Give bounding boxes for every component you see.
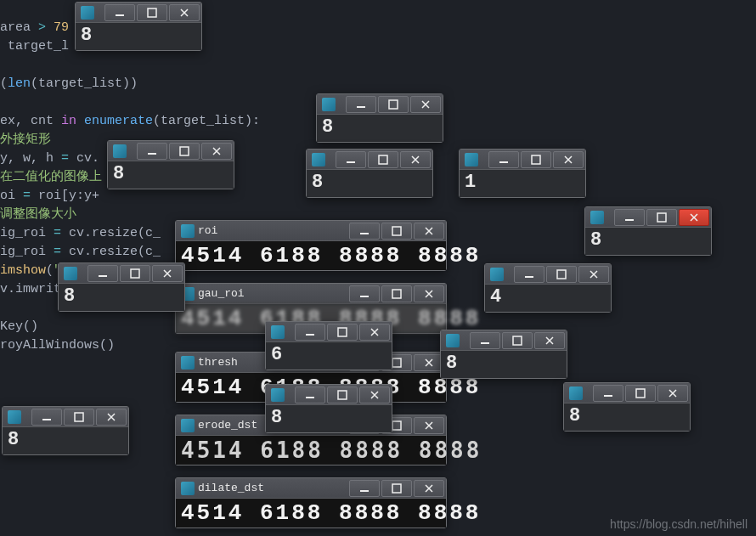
minimize-button[interactable] xyxy=(104,4,135,21)
window-titlebar[interactable] xyxy=(564,383,690,403)
window-titlebar[interactable]: gau_roi xyxy=(176,284,446,304)
minimize-button[interactable] xyxy=(349,285,380,302)
window-titlebar[interactable] xyxy=(441,330,567,351)
svg-rect-14 xyxy=(525,276,533,278)
window-content: 8 xyxy=(317,115,443,142)
maximize-button[interactable] xyxy=(625,385,656,402)
code-token: ex xyxy=(0,114,15,128)
close-button[interactable] xyxy=(679,209,709,226)
window-buttons xyxy=(295,385,392,405)
cv-window-row[interactable]: dilate_dst 4514 6188 8888 8888 xyxy=(175,477,447,528)
minimize-button[interactable] xyxy=(349,223,380,240)
close-button[interactable] xyxy=(414,417,444,434)
cv-window-digit[interactable]: 8 xyxy=(265,384,392,433)
close-button[interactable] xyxy=(578,266,609,283)
minimize-button[interactable] xyxy=(137,143,167,160)
maximize-button[interactable] xyxy=(120,265,150,282)
cv-window-digit[interactable]: 8 xyxy=(58,262,185,312)
window-titlebar[interactable] xyxy=(3,407,128,427)
close-button[interactable] xyxy=(400,151,431,168)
close-button[interactable] xyxy=(657,385,688,402)
close-button[interactable] xyxy=(553,151,584,168)
svg-rect-10 xyxy=(625,219,634,221)
maximize-button[interactable] xyxy=(546,266,577,283)
maximize-button[interactable] xyxy=(381,285,412,302)
maximize-button[interactable] xyxy=(137,4,167,21)
maximize-button[interactable] xyxy=(646,209,677,226)
window-titlebar[interactable] xyxy=(108,141,234,161)
maximize-button[interactable] xyxy=(521,151,551,168)
maximize-button[interactable] xyxy=(381,223,412,240)
cv-window-digit[interactable]: 8 xyxy=(584,206,712,256)
maximize-button[interactable] xyxy=(327,324,358,341)
close-button[interactable] xyxy=(410,96,441,113)
window-titlebar[interactable] xyxy=(266,322,392,342)
minimize-button[interactable] xyxy=(346,96,376,113)
maximize-button[interactable] xyxy=(368,151,398,168)
cv-window-digit[interactable]: 1 xyxy=(459,149,586,198)
code-token: ( xyxy=(46,263,54,278)
maximize-button[interactable] xyxy=(381,480,412,497)
minimize-button[interactable] xyxy=(336,151,366,168)
minimize-button[interactable] xyxy=(295,386,325,403)
close-button[interactable] xyxy=(359,324,390,341)
code-token: ig_roi xyxy=(0,226,54,240)
cv-window-digit[interactable]: 8 xyxy=(107,140,234,189)
window-titlebar[interactable] xyxy=(307,150,432,170)
code-token: imshow xyxy=(0,263,46,278)
close-button[interactable] xyxy=(152,265,183,282)
window-titlebar[interactable]: dilate_dst xyxy=(176,478,446,499)
svg-rect-11 xyxy=(657,213,666,222)
minimize-button[interactable] xyxy=(593,385,623,402)
svg-rect-24 xyxy=(42,419,51,420)
close-button[interactable] xyxy=(96,409,127,426)
svg-rect-19 xyxy=(513,336,522,345)
cv-window-digit[interactable]: 8 xyxy=(75,2,202,51)
window-titlebar[interactable] xyxy=(317,94,443,115)
window-buttons xyxy=(514,264,611,285)
minimize-button[interactable] xyxy=(614,209,645,226)
window-buttons xyxy=(87,263,184,284)
cv-window-digit[interactable]: 8 xyxy=(563,382,691,432)
cv-window-digit[interactable]: 8 xyxy=(440,330,567,379)
opencv-icon xyxy=(181,224,195,238)
close-button[interactable] xyxy=(414,223,444,240)
cv-window-digit[interactable]: 8 xyxy=(316,93,443,143)
code-token: = xyxy=(54,226,69,240)
close-button[interactable] xyxy=(534,332,565,349)
minimize-button[interactable] xyxy=(349,480,380,497)
cv-window-digit[interactable]: 8 xyxy=(306,149,433,198)
window-titlebar[interactable] xyxy=(59,263,184,284)
minimize-button[interactable] xyxy=(31,409,62,426)
close-button[interactable] xyxy=(414,285,444,302)
minimize-button[interactable] xyxy=(295,324,325,341)
window-content: 8 xyxy=(307,170,432,197)
close-button[interactable] xyxy=(169,4,200,21)
window-content: 8 xyxy=(59,284,184,311)
minimize-button[interactable] xyxy=(470,332,500,349)
cv-window-digit[interactable]: 8 xyxy=(2,406,129,455)
maximize-button[interactable] xyxy=(327,386,358,403)
maximize-button[interactable] xyxy=(378,96,409,113)
window-titlebar[interactable]: roi xyxy=(176,221,446,241)
window-titlebar[interactable] xyxy=(266,385,392,405)
cv-window-digit[interactable]: 6 xyxy=(265,321,392,370)
close-button[interactable] xyxy=(359,386,390,403)
window-titlebar[interactable] xyxy=(485,264,611,285)
window-titlebar[interactable] xyxy=(76,3,201,23)
minimize-button[interactable] xyxy=(488,151,519,168)
cv-window-row[interactable]: roi 4514 6188 8888 8888 xyxy=(175,220,447,271)
minimize-button[interactable] xyxy=(87,265,118,282)
maximize-button[interactable] xyxy=(169,143,200,160)
close-button[interactable] xyxy=(414,480,444,497)
minimize-button[interactable] xyxy=(514,266,544,283)
window-buttons xyxy=(593,383,690,403)
window-titlebar[interactable] xyxy=(460,150,585,170)
window-titlebar[interactable] xyxy=(585,207,711,228)
close-button[interactable] xyxy=(201,143,232,160)
maximize-button[interactable] xyxy=(502,332,533,349)
maximize-button[interactable] xyxy=(64,409,94,426)
window-buttons xyxy=(31,407,128,427)
svg-rect-20 xyxy=(604,395,612,397)
cv-window-digit[interactable]: 4 xyxy=(484,263,612,313)
